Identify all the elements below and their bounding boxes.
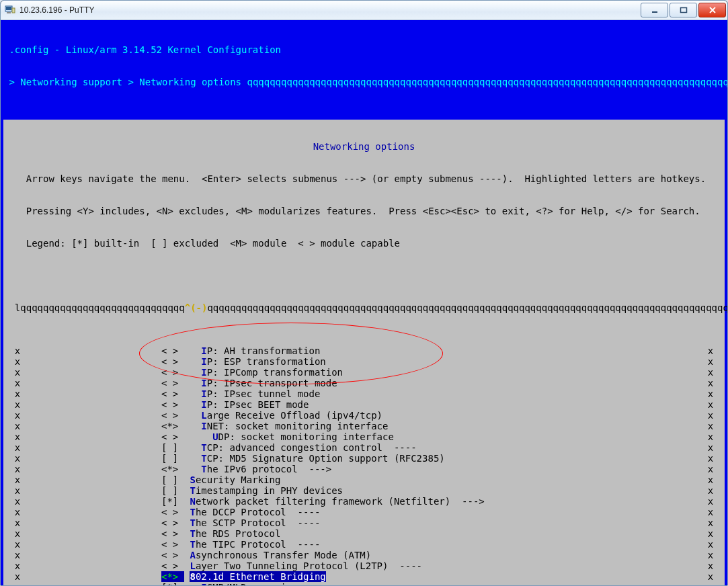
row-tail: x (708, 528, 725, 539)
row-head: x (3, 345, 21, 356)
row-head: x (3, 442, 21, 453)
menu-item[interactable]: x<*> INET: socket monitoring interfacex (3, 421, 725, 431)
row-head: x (3, 356, 21, 367)
row-pad (21, 356, 161, 367)
item-label: 802.1d Ethernet Bridging (190, 571, 325, 582)
menu-item[interactable]: x[ ] TCP: advanced congestion control --… (3, 442, 725, 453)
row-head: x (3, 507, 21, 517)
menu-item[interactable]: x< > IP: ESP transformationx (3, 356, 725, 367)
menu-item[interactable]: x[ ] Security Markingx (3, 474, 725, 485)
row-pad (21, 539, 161, 550)
row-pad (21, 571, 161, 582)
menu-item[interactable]: x[*] IGMP/MLD snoopingx (3, 582, 725, 586)
item-mark: [ ] (161, 453, 184, 464)
close-button[interactable] (698, 3, 726, 17)
menu-item[interactable]: x< > The DCCP Protocol ----x (3, 507, 725, 517)
item-label: IP: IPsec transport mode (190, 378, 337, 388)
item-mark: <*> (161, 421, 184, 431)
menu-item[interactable]: x< > IP: IPsec tunnel modex (3, 388, 725, 399)
menu-item[interactable]: x< > IP: IPComp transformationx (3, 367, 725, 378)
menu-item[interactable]: x< > UDP: socket monitoring interfacex (3, 431, 725, 442)
item-label: Large Receive Offload (ipv4/tcp) (190, 410, 382, 421)
item-label: The RDS Protocol (190, 528, 280, 539)
row-pad (21, 485, 161, 496)
svg-rect-1 (6, 7, 11, 10)
row-pad (21, 431, 161, 442)
item-label: IP: AH transformation (190, 345, 320, 356)
row-pad (21, 550, 161, 560)
menu-item[interactable]: x[ ] Timestamping in PHY devicesx (3, 485, 725, 496)
item-label: Network packet filtering framework (Netf… (190, 496, 484, 507)
panel-title: Networking options (3, 141, 725, 152)
item-mark: < > (161, 507, 184, 517)
item-label: Layer Two Tunneling Protocol (L2TP) ---- (190, 560, 422, 571)
menu-item[interactable]: x< > IP: AH transformationx (3, 345, 725, 356)
row-tail: x (708, 571, 725, 582)
row-head: x (3, 464, 21, 474)
menu-item[interactable]: x< > IP: IPsec transport modex (3, 378, 725, 388)
menu-item[interactable]: x< > IP: IPsec BEET modex (3, 399, 725, 410)
scroll-up-indicator: ^(-) (185, 302, 208, 313)
row-tail: x (708, 356, 725, 367)
panel-top-border: lqqqqqqqqqqqqqqqqqqqqqqqqqqqqq^(-)qqqqqq… (3, 302, 725, 313)
row-tail: x (708, 399, 725, 410)
item-label: UDP: socket monitoring interface (190, 431, 393, 442)
bc-a: Networking support (20, 77, 122, 87)
breadcrumb: > Networking support > Networking option… (3, 77, 725, 87)
menu-item[interactable]: x<*> 802.1d Ethernet Bridgingx (3, 571, 725, 582)
menu-list: x< > IP: AH transformationx x< > IP: ESP… (3, 345, 725, 586)
item-mark: < > (161, 560, 184, 571)
item-mark: [*] (161, 582, 184, 586)
row-tail: x (708, 410, 725, 421)
terminal[interactable]: .config - Linux/arm 3.14.52 Kernel Confi… (1, 20, 727, 586)
item-mark: < > (161, 378, 184, 388)
row-head: x (3, 550, 21, 560)
item-mark: <*> (161, 571, 184, 582)
menu-item[interactable]: x< > Large Receive Offload (ipv4/tcp)x (3, 410, 725, 421)
item-label: The DCCP Protocol ---- (190, 507, 320, 517)
titlebar[interactable]: 10.23.6.196 - PuTTY (1, 1, 727, 20)
item-mark: < > (161, 431, 184, 442)
menu-item[interactable]: x< > The RDS Protocolx (3, 528, 725, 539)
svg-rect-5 (680, 8, 686, 13)
row-tail: x (708, 485, 725, 496)
bc-fill: qqqqqqqqqqqqqqqqqqqqqqqqqqqqqqqqqqqqqqqq… (241, 77, 727, 87)
row-tail: x (708, 496, 725, 507)
putty-icon (5, 4, 15, 17)
minimize-button[interactable] (641, 3, 668, 17)
title-left: 10.23.6.196 - PuTTY (5, 4, 94, 17)
row-pad (21, 582, 161, 586)
row-tail: x (708, 550, 725, 560)
menu-item[interactable]: x[ ] TCP: MD5 Signature Option support (… (3, 453, 725, 464)
row-head: x (3, 485, 21, 496)
row-head: x (3, 474, 21, 485)
blank-row (3, 270, 725, 281)
item-label: IP: IPComp transformation (190, 367, 343, 378)
item-label: INET: socket monitoring interface (190, 421, 388, 431)
options-panel: Networking options Arrow keys navigate t… (3, 120, 725, 586)
item-label: IP: IPsec BEET mode (190, 399, 309, 410)
menu-item[interactable]: x< > Layer Two Tunneling Protocol (L2TP)… (3, 560, 725, 571)
hint-line-3: Legend: [*] built-in [ ] excluded <M> mo… (3, 238, 725, 249)
item-label: TCP: advanced congestion control ---- (190, 442, 416, 453)
menu-item[interactable]: x[*] Network packet filtering framework … (3, 496, 725, 507)
menu-item[interactable]: x< > The SCTP Protocol ----x (3, 517, 725, 528)
item-label: IP: IPsec tunnel mode (190, 388, 320, 399)
menu-item[interactable]: x<*> The IPv6 protocol --->x (3, 464, 725, 474)
row-pad (21, 388, 161, 399)
hint-line-2: Pressing <Y> includes, <N> excludes, <M>… (3, 206, 725, 216)
row-tail: x (708, 367, 725, 378)
row-tail: x (708, 431, 725, 442)
maximize-button[interactable] (670, 3, 697, 17)
row-head: x (3, 421, 21, 431)
row-head: x (3, 410, 21, 421)
item-mark: <*> (161, 464, 184, 474)
menu-item[interactable]: x< > The TIPC Protocol ----x (3, 539, 725, 550)
config-header: .config - Linux/arm 3.14.52 Kernel Confi… (3, 44, 725, 55)
row-tail: x (708, 539, 725, 550)
item-mark: < > (161, 399, 184, 410)
row-head: x (3, 560, 21, 571)
row-tail: x (708, 453, 725, 464)
row-head: x (3, 539, 21, 550)
menu-item[interactable]: x< > Asynchronous Transfer Mode (ATM)x (3, 550, 725, 560)
